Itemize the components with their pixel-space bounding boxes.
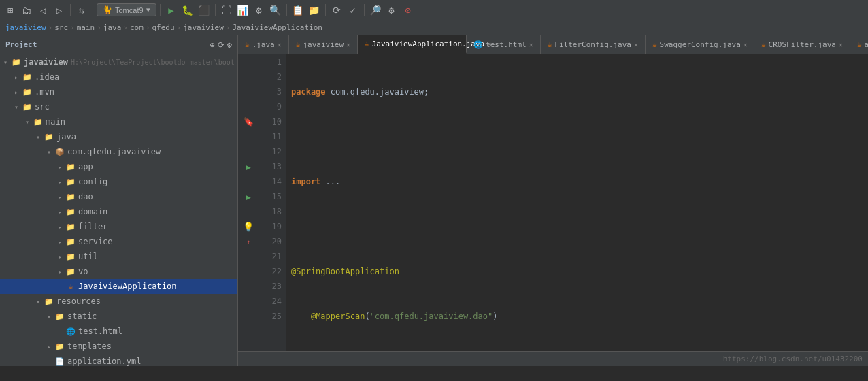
tree-item-package[interactable]: ▾ 📦 com.qfedu.javaiview (0, 144, 237, 159)
undo-button[interactable]: ◁ (35, 3, 50, 18)
breadcrumb-item-class[interactable]: JavaiviewApplication (232, 23, 322, 32)
breadcrumb-item-src[interactable]: src (54, 23, 68, 32)
toolbar-icon-2[interactable]: 🗂 (19, 3, 34, 18)
run-button[interactable]: ▶ (164, 3, 179, 18)
sidebar-icon-settings[interactable]: ⚙ (227, 40, 232, 50)
tab-main-class[interactable]: ☕ JavaiviewApplication.java ✕ (358, 35, 467, 54)
coverage-button[interactable]: ⛶ (219, 3, 234, 18)
tab-main-class-icon: ☕ (365, 39, 369, 48)
tree-item-dao[interactable]: ▸ 📁 dao (0, 189, 237, 204)
tab-test-html-close[interactable]: ✕ (529, 41, 533, 48)
tree-static-label: static (67, 312, 97, 321)
tree-item-app-yml[interactable]: 📄 application.yml (0, 354, 237, 366)
tab-filter-config-close[interactable]: ✕ (634, 41, 638, 48)
profile-button[interactable]: 📊 (235, 3, 250, 18)
gutter-13: ▶ (238, 159, 258, 174)
tree-item-test-html[interactable]: 🌐 test.html (0, 324, 237, 339)
tree-app-arrow: ▸ (54, 163, 65, 171)
tree-item-filter[interactable]: ▸ 📁 filter (0, 219, 237, 234)
static-folder-icon: 📁 (54, 311, 65, 322)
toolbar-separator-6 (325, 4, 326, 16)
sidebar-icon-sync[interactable]: ⟳ (218, 40, 224, 50)
main-folder-icon: 📁 (33, 116, 44, 127)
run-gutter-15[interactable]: ▶ (246, 192, 251, 202)
tree-item-vo[interactable]: ▸ 📁 vo (0, 264, 237, 279)
search-everywhere[interactable]: 🔎 (368, 3, 383, 18)
breadcrumb-item-javaiview[interactable]: javaiview (5, 23, 46, 32)
tree-item-config[interactable]: ▸ 📁 config (0, 174, 237, 189)
code-line-10: @SpringBootApplication (291, 264, 863, 279)
tree-item-idea[interactable]: ▸ 📁 .idea (0, 69, 237, 84)
breadcrumb-item-main[interactable]: main (77, 23, 95, 32)
code-line-9 (291, 219, 863, 234)
breadcrumb-item-java[interactable]: java (103, 23, 122, 32)
tree-item-src[interactable]: ▾ 📁 src (0, 99, 237, 114)
tomcat-dropdown[interactable]: 🐈 Tomcat9 ▾ (97, 3, 156, 16)
tree-item-mvn[interactable]: ▸ 📁 .mvn (0, 84, 237, 99)
tree-java-arrow: ▾ (33, 133, 44, 141)
tab-javaiview-close[interactable]: ✕ (346, 41, 350, 48)
debug-button[interactable]: 🐛 (180, 3, 195, 18)
lightbulb-icon-19[interactable]: 💡 (243, 222, 254, 232)
toolbar-icon-7[interactable]: 📁 (307, 3, 322, 18)
tab-app[interactable]: ☕ app ✕ (850, 35, 868, 54)
tab-cros-filter[interactable]: ☕ CROSFilter.java ✕ (754, 35, 850, 54)
tree-test-html-label: test.html (78, 327, 122, 336)
tab-cros-filter-close[interactable]: ✕ (839, 41, 843, 48)
tab-java-short[interactable]: ☕ .java ✕ (238, 35, 289, 54)
toolbar-icon-5[interactable]: 🔍 (268, 3, 283, 18)
tree-item-util[interactable]: ▸ 📁 util (0, 249, 237, 264)
toolbar-icon-3[interactable]: ⇆ (74, 3, 89, 18)
src-folder-icon: 📁 (22, 101, 33, 112)
tab-filter-config[interactable]: ☕ FilterConfig.java ✕ (541, 35, 646, 54)
tree-item-resources[interactable]: ▾ 📁 resources (0, 294, 237, 309)
code-scroll[interactable]: 🔖 ▶ ▶ 💡 ↑ (238, 54, 868, 351)
tab-javaiview[interactable]: ☕ javaiview ✕ (289, 35, 358, 54)
tree-item-java[interactable]: ▾ 📁 java (0, 129, 237, 144)
gutter-24 (238, 294, 258, 309)
tree-item-main[interactable]: ▾ 📁 main (0, 114, 237, 129)
vcs-update[interactable]: ⟳ (329, 3, 344, 18)
tree-util-arrow: ▸ (54, 253, 65, 261)
tree-util-label: util (78, 252, 98, 261)
breadcrumb-item-javaiview2[interactable]: javaiview (183, 23, 224, 32)
tab-java-short-close[interactable]: ✕ (278, 41, 282, 48)
tab-swagger-config[interactable]: ☕ SwaggerConfig.java ✕ (646, 35, 754, 54)
tree-templates-label: templates (67, 342, 112, 351)
sidebar-header-icons: ⊕ ⟳ ⚙ (210, 40, 232, 50)
tree-root[interactable]: ▾ 📁 javaiview H:\Project\TeaProject\boot… (0, 54, 237, 69)
service-folder-icon: 📁 (65, 236, 76, 247)
gutter-3 (238, 84, 258, 99)
tree-pkg-arrow: ▾ (44, 148, 54, 156)
sidebar-icon-add[interactable]: ⊕ (210, 40, 215, 50)
tab-app-icon: ☕ (857, 40, 862, 49)
settings-button[interactable]: ⚙ (384, 3, 399, 18)
gutter-11 (238, 129, 258, 144)
tab-swagger-config-close[interactable]: ✕ (744, 41, 748, 48)
toolbar-icon-6[interactable]: 📋 (290, 3, 305, 18)
tree-item-main-class[interactable]: ☕ JavaiviewApplication (0, 279, 237, 294)
toolbar-icon-4[interactable]: ⚙ (252, 3, 267, 18)
gutter-12 (238, 144, 258, 159)
code-editor[interactable]: package com.qfedu.javaiview; import ... … (286, 54, 868, 351)
tree-item-static[interactable]: ▾ 📁 static (0, 309, 237, 324)
breadcrumb-item-com[interactable]: com (130, 23, 144, 32)
stop-button[interactable]: ⬛ (197, 3, 212, 18)
breadcrumb-item-qfedu[interactable]: qfedu (152, 23, 174, 32)
redo-button[interactable]: ▷ (52, 3, 67, 18)
code-line-2 (291, 129, 863, 144)
ln-9: 9 (263, 99, 282, 114)
toolbar-icon-1[interactable]: ⊞ (3, 3, 18, 18)
tab-test-html[interactable]: 🌐 test.html ✕ (467, 35, 541, 54)
tab-java-short-icon: ☕ (245, 40, 250, 49)
run-gutter-13[interactable]: ▶ (246, 162, 251, 172)
tree-item-app[interactable]: ▸ 📁 app (0, 159, 237, 174)
vcs-commit[interactable]: ✓ (346, 3, 361, 18)
tree-item-templates[interactable]: ▸ 📁 templates (0, 339, 237, 354)
tree-item-domain[interactable]: ▸ 📁 domain (0, 204, 237, 219)
tree-item-service[interactable]: ▸ 📁 service (0, 234, 237, 249)
stop-icon-2[interactable]: ⊘ (401, 3, 416, 18)
resources-folder-icon: 📁 (44, 296, 54, 307)
gutter-icons: 🔖 ▶ ▶ 💡 ↑ (238, 54, 258, 351)
package-icon: 📦 (54, 146, 65, 157)
